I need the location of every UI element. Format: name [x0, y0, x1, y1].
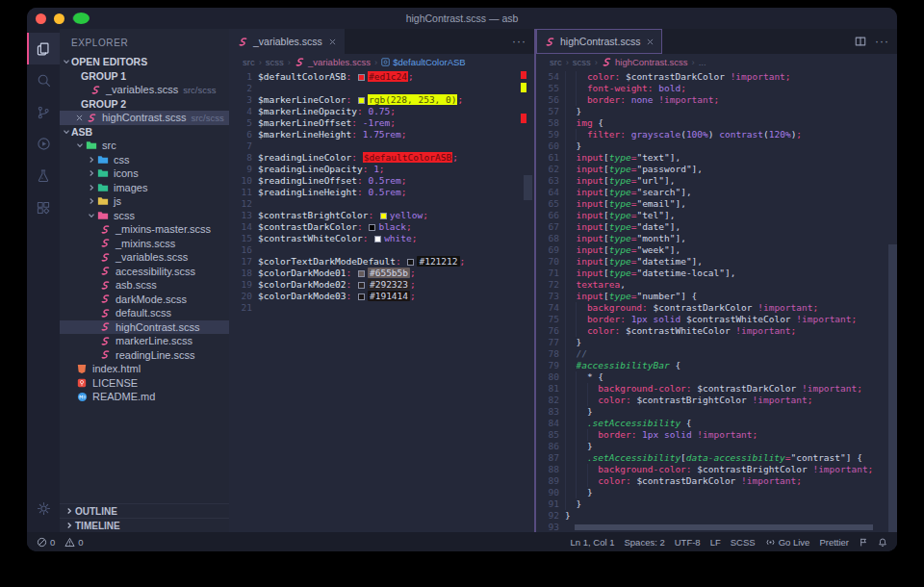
tree-item-src[interactable]: src [60, 139, 229, 153]
code-line[interactable]: 55font-weight: bold; [536, 83, 897, 94]
code-line[interactable]: 4$markerLineOpacity: 0.75; [229, 106, 534, 117]
tree-item-default-scss[interactable]: default.scss [60, 306, 229, 320]
breadcrumb-item[interactable]: src [550, 57, 562, 67]
code-line[interactable]: 1$defaultColorASB: #ed1c24; [229, 71, 534, 83]
panel-timeline[interactable]: TIMELINE [60, 518, 229, 532]
code-line[interactable]: 65input[type="email"], [536, 198, 897, 210]
breadcrumb-item[interactable]: scss [573, 57, 591, 67]
close-editor-icon[interactable] [73, 115, 85, 121]
tree-item-darkmode-scss[interactable]: darkMode.scss [60, 293, 229, 307]
code-line[interactable]: 19$colorDarkMode02: #292323; [229, 279, 534, 291]
code-line[interactable]: 78// [536, 348, 897, 360]
code-line[interactable]: 56border: none !important; [536, 94, 897, 106]
code-line[interactable]: 69input[type="week"], [536, 244, 897, 256]
close-tab-icon[interactable] [647, 38, 654, 45]
breadcrumb-item[interactable]: highContrast.scss [602, 57, 688, 67]
status-encoding[interactable]: UTF-8 [675, 537, 701, 548]
code-line[interactable]: 91} [536, 498, 897, 510]
code-line[interactable]: 10$readingLineOffset: 0.5rem; [229, 175, 534, 187]
status-language-mode[interactable]: SCSS [731, 537, 756, 548]
breadcrumb-item[interactable]: _variables.scss [295, 57, 371, 67]
code-line[interactable]: 73input[type="number"] { [536, 291, 897, 302]
code-line[interactable]: 17$colorTextDarkModeDefault: #121212; [229, 256, 534, 268]
code-line[interactable]: 67input[type="date"], [536, 221, 897, 233]
more-actions-icon[interactable]: ··· [875, 35, 889, 48]
code-line[interactable]: 2 [229, 83, 534, 94]
code-line[interactable]: 12 [229, 198, 534, 210]
breadcrumb-item[interactable]: scss [266, 57, 284, 67]
code-line[interactable]: 3$markerLineColor: rgb(228, 253, 0); [229, 94, 534, 106]
code-line[interactable]: 21 [229, 302, 534, 314]
code-line[interactable]: 61input[type="text"], [536, 152, 897, 164]
close-window-button[interactable] [36, 13, 46, 24]
code-line[interactable]: 66input[type="tel"], [536, 210, 897, 221]
activity-bar-item-explorer[interactable] [27, 33, 60, 64]
code-line[interactable]: 18$colorDarkMode01: #655b5b; [229, 268, 534, 279]
split-editor-icon[interactable] [855, 36, 866, 47]
tree-item-css[interactable]: css [60, 153, 229, 167]
tree-item--variables-scss[interactable]: _variables.scss [60, 250, 229, 265]
tree-item-highcontrast-scss[interactable]: highContrast.scss [60, 320, 229, 335]
code-line[interactable]: 89color: $contrastDarkColor !important; [536, 475, 897, 487]
code-editor-highcontrast[interactable]: 54color: $contrastDarkColor !important;5… [536, 69, 897, 532]
code-line[interactable]: 13$contrastBrightColor: yellow; [229, 210, 534, 221]
tree-item-js[interactable]: js [60, 194, 229, 209]
tree-item--mixins-scss[interactable]: _mixins.scss [60, 237, 229, 251]
status-pin[interactable] [859, 537, 868, 548]
vertical-scrollbar[interactable] [888, 244, 897, 532]
project-root-header[interactable]: ASB [60, 125, 229, 140]
activity-bar-item-extensions[interactable] [27, 191, 60, 223]
activity-bar-item-run-debug[interactable] [27, 128, 60, 160]
code-line[interactable]: 64input[type="search"], [536, 187, 897, 198]
code-line[interactable]: 70input[type="datetime"], [536, 256, 897, 268]
code-line[interactable]: 71input[type="datetime-local"], [536, 268, 897, 279]
scrollbar-thumb[interactable] [524, 175, 532, 200]
code-line[interactable]: 75border: 1px solid $contrastWhiteColor … [536, 314, 897, 325]
code-line[interactable]: 74background: $contrastDarkColor !import… [536, 302, 897, 314]
tree-item-markerline-scss[interactable]: markerLine.scss [60, 334, 229, 348]
code-line[interactable]: 76color: $contrastWhiteColor !important; [536, 325, 897, 337]
code-line[interactable]: 20$colorDarkMode03: #191414; [229, 291, 534, 302]
code-line[interactable]: 68input[type="month"], [536, 233, 897, 244]
breadcrumb-item[interactable]: $defaultColorASB [381, 57, 466, 67]
tree-item-icons[interactable]: icons [60, 166, 229, 181]
tree-item-asb-scss[interactable]: asb.scss [60, 278, 229, 293]
tree-item-readme-md[interactable]: README.md [60, 390, 229, 404]
code-line[interactable]: 15$contrastWhiteColor: white; [229, 233, 534, 244]
status-warnings[interactable]: 0 [64, 537, 83, 548]
code-line[interactable]: 90} [536, 487, 897, 498]
open-editor-entry[interactable]: _variables.scsssrc/scss [60, 83, 229, 97]
panel-outline[interactable]: OUTLINE [60, 503, 229, 518]
breadcrumb-item[interactable]: src [243, 57, 255, 67]
open-editors-header[interactable]: OPEN EDITORS [60, 55, 229, 69]
zoom-window-button[interactable] [72, 13, 90, 24]
tree-item-index-html[interactable]: index.html [60, 362, 229, 376]
close-tab-icon[interactable] [329, 38, 336, 45]
code-line[interactable]: 72textarea, [536, 279, 897, 291]
code-line[interactable]: 85border: 1px solid !important; [536, 429, 897, 441]
code-line[interactable]: 58img { [536, 117, 897, 129]
status-notifications[interactable] [878, 537, 887, 548]
activity-bar-item-manage[interactable] [27, 493, 60, 524]
open-editor-entry[interactable]: highContrast.scsssrc/scss [60, 111, 229, 125]
code-line[interactable]: 79#accessibilityBar { [536, 360, 897, 371]
code-line[interactable]: 5$markerLineOffset: -1rem; [229, 117, 534, 129]
breadcrumb-item[interactable]: ... [699, 57, 706, 67]
tab--variables-scss[interactable]: _variables.scss [229, 29, 345, 54]
code-line[interactable]: 16 [229, 244, 534, 256]
tree-item-accessibility-scss[interactable]: accessibility.scss [60, 265, 229, 279]
code-editor-variables[interactable]: 1$defaultColorASB: #ed1c24;23$markerLine… [229, 69, 534, 532]
more-actions-icon[interactable]: ··· [512, 35, 526, 48]
code-line[interactable]: 63input[type="url"], [536, 175, 897, 187]
code-line[interactable]: 11$readingLineHeight: 0.5rem; [229, 187, 534, 198]
code-line[interactable]: 62input[type="password"], [536, 164, 897, 175]
tab-highcontrast-scss[interactable]: highContrast.scss [536, 29, 662, 54]
code-line[interactable]: 82color: $contrastBrightColor !important… [536, 395, 897, 406]
code-line[interactable]: 77} [536, 337, 897, 348]
status-cursor-position[interactable]: Ln 1, Col 1 [571, 537, 615, 548]
code-line[interactable]: 84.setAccessibility { [536, 418, 897, 429]
tree-item-scss[interactable]: scss [60, 209, 229, 223]
code-line[interactable]: 60} [536, 140, 897, 152]
tree-item-readingline-scss[interactable]: readingLine.scss [60, 348, 229, 363]
status-prettier[interactable]: Prettier [819, 537, 849, 548]
